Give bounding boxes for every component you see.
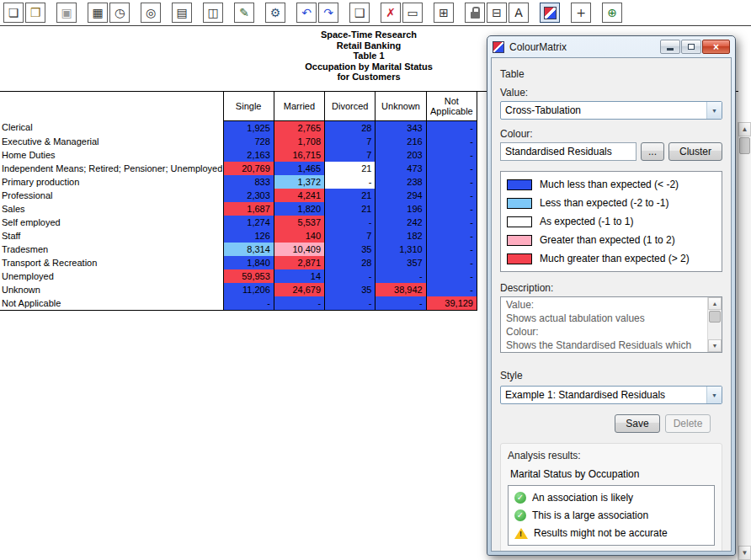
data-cell[interactable]: 1,274 bbox=[223, 216, 274, 229]
data-cell[interactable]: 35 bbox=[325, 243, 376, 256]
data-cell[interactable]: - bbox=[223, 296, 274, 311]
data-cell[interactable]: 16,715 bbox=[274, 148, 324, 162]
colour-input[interactable]: Standardised Residuals bbox=[500, 142, 636, 161]
lock-cells-button[interactable] bbox=[465, 3, 485, 23]
row-label[interactable]: Transport & Recreation bbox=[0, 256, 223, 269]
data-cell[interactable]: 1,687 bbox=[223, 202, 274, 216]
row-label[interactable]: Clerical bbox=[0, 120, 223, 135]
data-cell[interactable]: - bbox=[426, 243, 477, 256]
data-cell[interactable]: 28 bbox=[325, 120, 376, 135]
redo-button[interactable]: ↷ bbox=[318, 3, 338, 23]
description-box[interactable]: Value:Shows actual tabulation valuesColo… bbox=[500, 296, 722, 353]
row-label[interactable]: Unemployed bbox=[0, 269, 223, 283]
data-cell[interactable]: 38,942 bbox=[376, 283, 426, 296]
style-combobox[interactable]: Example 1: Standardised Residuals ▼ bbox=[500, 386, 722, 404]
column-header[interactable]: Single bbox=[223, 92, 274, 120]
description-scroll-up-icon[interactable]: ▲ bbox=[708, 297, 722, 310]
dialog-titlebar[interactable]: ColourMatrix × bbox=[491, 36, 732, 57]
data-cell[interactable]: 1,840 bbox=[223, 256, 274, 269]
column-header[interactable]: Divorced bbox=[325, 92, 376, 120]
data-cell[interactable]: - bbox=[325, 296, 376, 311]
data-cell[interactable]: 1,925 bbox=[223, 120, 274, 135]
delete-table-button[interactable]: ✗ bbox=[381, 3, 401, 23]
data-cell[interactable]: 10,409 bbox=[274, 243, 324, 256]
dropdown-arrow-icon[interactable]: ▼ bbox=[706, 387, 722, 403]
data-cell[interactable]: - bbox=[426, 216, 477, 229]
row-label[interactable]: Staff bbox=[0, 229, 223, 243]
data-cell[interactable]: 7 bbox=[325, 148, 376, 162]
data-cell[interactable]: 21 bbox=[325, 189, 376, 202]
data-cell[interactable]: 1,372 bbox=[274, 175, 324, 189]
data-cell[interactable]: 21 bbox=[325, 162, 376, 175]
data-cell[interactable]: 182 bbox=[376, 229, 426, 243]
data-cell[interactable]: 357 bbox=[376, 256, 426, 269]
data-cell[interactable]: 242 bbox=[376, 216, 426, 229]
data-cell[interactable]: - bbox=[325, 269, 376, 283]
data-cell[interactable]: - bbox=[426, 148, 477, 162]
data-cell[interactable]: 7 bbox=[325, 229, 376, 243]
data-cell[interactable]: - bbox=[426, 283, 477, 296]
data-cell[interactable]: - bbox=[426, 162, 477, 175]
data-cell[interactable]: 4,241 bbox=[274, 189, 324, 202]
data-cell[interactable]: - bbox=[426, 202, 477, 216]
find-button[interactable]: ◎ bbox=[141, 3, 161, 23]
row-label[interactable]: Sales bbox=[0, 202, 223, 216]
dropdown-arrow-icon[interactable]: ▼ bbox=[706, 102, 722, 119]
data-cell[interactable]: 20,769 bbox=[223, 162, 274, 175]
data-cell[interactable]: 11,206 bbox=[223, 283, 274, 296]
time-series-button[interactable]: ◷ bbox=[109, 3, 130, 23]
data-cell[interactable]: 2,163 bbox=[223, 148, 274, 162]
data-cell[interactable]: 1,820 bbox=[274, 202, 324, 216]
data-cell[interactable]: 196 bbox=[376, 202, 426, 216]
new-document-button[interactable]: ❏ bbox=[3, 3, 24, 23]
data-cell[interactable]: 1,465 bbox=[274, 162, 324, 175]
save-button[interactable]: ▣ bbox=[56, 3, 77, 23]
data-cell[interactable]: 343 bbox=[376, 120, 426, 135]
open-file-button[interactable]: ❒ bbox=[25, 3, 45, 23]
data-cell[interactable]: 14 bbox=[274, 269, 324, 283]
data-cell[interactable]: - bbox=[426, 120, 477, 135]
data-cell[interactable]: 473 bbox=[376, 162, 426, 175]
select-region-button[interactable]: ▭ bbox=[402, 3, 423, 23]
data-cell[interactable]: - bbox=[274, 296, 324, 311]
data-cell[interactable]: 28 bbox=[325, 256, 376, 269]
data-cell[interactable]: 1,708 bbox=[274, 135, 324, 148]
data-cell[interactable]: 126 bbox=[223, 229, 274, 243]
data-cell[interactable]: - bbox=[376, 296, 426, 311]
scroll-up-icon[interactable]: ▲ bbox=[738, 122, 751, 136]
undo-button[interactable]: ↶ bbox=[296, 3, 317, 23]
row-label[interactable]: Tradesmen bbox=[0, 243, 223, 256]
description-scroll-thumb[interactable] bbox=[709, 311, 721, 323]
row-label[interactable]: Self employed bbox=[0, 216, 223, 229]
browse-button[interactable]: ... bbox=[641, 142, 664, 161]
print-preview-button[interactable]: ◫ bbox=[203, 3, 223, 23]
field-layout-button[interactable]: ⊟ bbox=[487, 3, 507, 23]
data-cell[interactable]: 24,679 bbox=[274, 283, 324, 296]
data-cell[interactable]: 2,303 bbox=[223, 189, 274, 202]
description-scroll-down-icon[interactable]: ▼ bbox=[708, 339, 722, 352]
close-button[interactable]: × bbox=[702, 40, 730, 54]
row-label[interactable]: Independent Means; Retired; Pensioner; U… bbox=[0, 162, 223, 175]
column-header[interactable]: Not Applicable bbox=[426, 92, 477, 120]
data-cell[interactable]: - bbox=[325, 216, 376, 229]
edit-annotations-button[interactable]: ✎ bbox=[234, 3, 254, 23]
minimize-button[interactable] bbox=[660, 40, 680, 54]
data-cell[interactable]: - bbox=[426, 135, 477, 148]
value-combobox[interactable]: Cross-Tabulation ▼ bbox=[500, 101, 722, 120]
data-cell[interactable]: 8,314 bbox=[223, 243, 274, 256]
data-cell[interactable]: 216 bbox=[376, 135, 426, 148]
data-cell[interactable]: - bbox=[426, 189, 477, 202]
column-header[interactable]: Unknown bbox=[376, 92, 426, 120]
copy-button[interactable]: ❑ bbox=[349, 3, 370, 23]
data-cell[interactable]: 833 bbox=[223, 175, 274, 189]
data-cell[interactable]: 59,953 bbox=[223, 269, 274, 283]
data-cell[interactable]: 1,310 bbox=[376, 243, 426, 256]
print-button[interactable]: ▤ bbox=[172, 3, 192, 23]
data-cell[interactable]: 35 bbox=[325, 283, 376, 296]
row-label[interactable]: Home Duties bbox=[0, 148, 223, 162]
data-cell[interactable]: 39,129 bbox=[426, 296, 477, 311]
data-cell[interactable]: 203 bbox=[376, 148, 426, 162]
add-annotation-button[interactable]: + bbox=[571, 3, 591, 23]
row-label[interactable]: Primary production bbox=[0, 175, 223, 189]
data-cell[interactable]: 5,537 bbox=[274, 216, 324, 229]
